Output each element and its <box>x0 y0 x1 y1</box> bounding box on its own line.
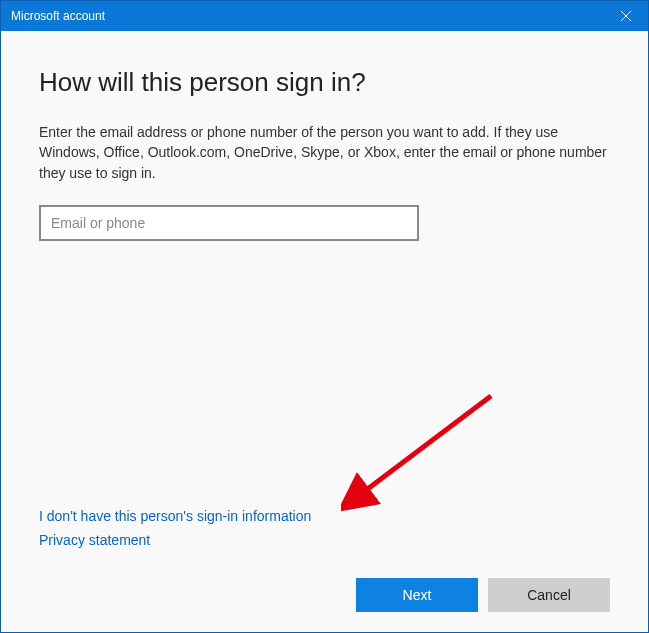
privacy-statement-link[interactable]: Privacy statement <box>39 532 150 548</box>
cancel-button[interactable]: Cancel <box>488 578 610 612</box>
email-input[interactable] <box>39 205 419 241</box>
next-button[interactable]: Next <box>356 578 478 612</box>
window-title: Microsoft account <box>11 9 105 23</box>
titlebar: Microsoft account <box>1 1 648 31</box>
dialog-description: Enter the email address or phone number … <box>39 122 610 183</box>
dialog-content: How will this person sign in? Enter the … <box>1 31 648 632</box>
dialog-window: Microsoft account How will this person s… <box>0 0 649 633</box>
no-signin-info-link[interactable]: I don't have this person's sign-in infor… <box>39 508 311 524</box>
button-row: Next Cancel <box>39 572 610 612</box>
close-button[interactable] <box>603 1 648 31</box>
close-icon <box>621 11 631 21</box>
dialog-heading: How will this person sign in? <box>39 67 610 98</box>
links-section: I don't have this person's sign-in infor… <box>39 508 610 556</box>
